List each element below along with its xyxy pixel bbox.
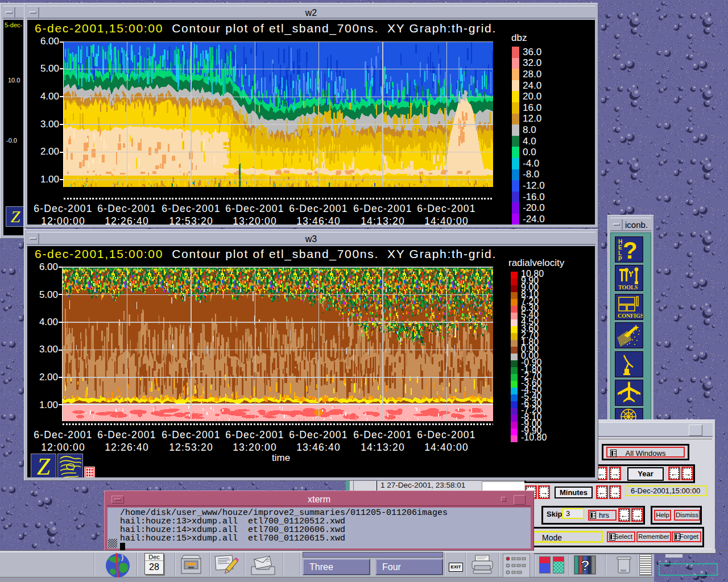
svg-text:?: ? — [623, 237, 638, 262]
svg-text:CONFIGS: CONFIGS — [618, 313, 643, 319]
svg-text:TOOLS: TOOLS — [618, 284, 638, 290]
svg-text:?: ? — [581, 557, 590, 574]
svg-text:P: P — [618, 256, 622, 262]
